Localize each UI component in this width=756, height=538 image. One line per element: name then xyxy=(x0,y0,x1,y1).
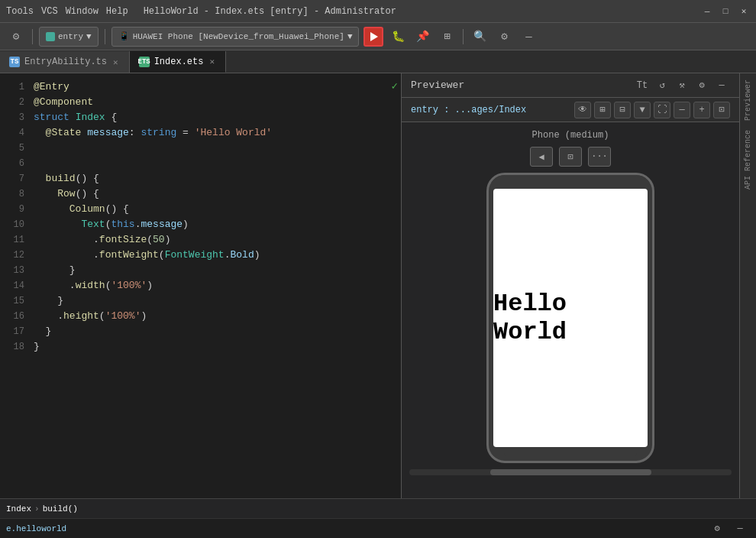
entry-icon xyxy=(46,32,55,41)
phone-more-button[interactable]: ··· xyxy=(588,147,611,167)
previewer-tt-button[interactable]: Tt xyxy=(634,77,651,94)
sidebar-right-api[interactable]: API Reference xyxy=(742,127,754,193)
device-label: HUAWEI Phone [NewDevice_from_Huawei_Phon… xyxy=(133,32,344,41)
device-arrow: ▼ xyxy=(347,32,353,41)
toolbar-settings-icon[interactable]: ⚙ xyxy=(494,27,514,47)
phone-rotate-button[interactable]: ⊡ xyxy=(559,147,582,167)
path-fit-button[interactable]: ⊡ xyxy=(713,102,730,118)
previewer-path: entry : ...ages/Index xyxy=(411,105,526,115)
path-zoom-out-button[interactable]: — xyxy=(674,102,690,118)
previewer-settings-button[interactable]: ⚙ xyxy=(693,77,710,94)
run-button[interactable] xyxy=(363,27,383,47)
menu-window[interactable]: Window xyxy=(66,6,99,17)
title-bar: Tools VCS Window Help HelloWorld - Index… xyxy=(0,0,756,23)
previewer-close-button[interactable]: — xyxy=(713,77,730,94)
previewer-path-bar: entry : ...ages/Index 👁 ⊞ ⊟ ▼ ⛶ — + ⊡ xyxy=(402,98,739,122)
code-line-10: Text(this.message) xyxy=(34,217,395,232)
preview-scrollbar[interactable] xyxy=(409,469,732,475)
phone-container: Phone (medium) ◀ ⊡ ··· Hello World xyxy=(402,122,739,498)
close-button[interactable]: ✕ xyxy=(738,5,750,18)
code-line-5 xyxy=(34,141,395,156)
title-bar-left: Tools VCS Window Help HelloWorld - Index… xyxy=(6,6,396,17)
code-line-16: .height('100%') xyxy=(34,309,395,324)
tab-entry-ability[interactable]: TS EntryAbility.ts ✕ xyxy=(0,51,130,73)
tab-index-ets[interactable]: ETS Index.ets ✕ xyxy=(130,51,226,73)
bottom-left: e.helloworld xyxy=(6,524,66,533)
code-line-12: .fontWeight(FontWeight.Bold) xyxy=(34,248,395,263)
pin-icon[interactable]: 📌 xyxy=(412,27,432,47)
project-name: e.helloworld xyxy=(6,524,66,533)
code-line-14: .width('100%') xyxy=(34,278,395,293)
main-area: 1234 5678 9101112 13141516 1718 @Entry @… xyxy=(0,73,756,498)
code-line-15: } xyxy=(34,293,395,309)
menu-bar: Tools VCS Window Help xyxy=(6,6,128,17)
tab-index-ets-label: Index.ets xyxy=(154,57,204,67)
toolbar-divider-2 xyxy=(105,29,105,44)
previewer-refresh-button[interactable]: ↺ xyxy=(654,77,670,94)
breadcrumb-build: build() xyxy=(43,504,78,514)
toolbar-divider-3 xyxy=(463,29,464,44)
code-line-3: struct Index { xyxy=(34,110,395,125)
breadcrumb-bar: Index › build() xyxy=(0,498,756,518)
breadcrumb-separator: › xyxy=(34,504,40,514)
path-controls: 👁 ⊞ ⊟ ▼ ⛶ — + ⊡ xyxy=(574,102,730,118)
code-line-9: Column() { xyxy=(34,202,395,217)
bottom-status-bar: e.helloworld ⚙ — xyxy=(0,518,756,538)
code-line-8: Row() { xyxy=(34,186,395,202)
bottom-right: ⚙ — xyxy=(707,519,750,539)
previewer-header-controls: Tt ↺ ⚒ ⚙ — xyxy=(634,77,730,94)
menu-vcs[interactable]: VCS xyxy=(41,6,58,17)
right-sidebar: Previewer API Reference xyxy=(739,73,756,498)
preview-scrollbar-thumb xyxy=(490,469,651,475)
code-line-6 xyxy=(34,156,395,171)
previewer-title: Previewer xyxy=(411,79,464,91)
search-icon[interactable]: 🔍 xyxy=(470,27,489,47)
tab-bar: TS EntryAbility.ts ✕ ETS Index.ets ✕ xyxy=(0,50,756,73)
path-zoom-in-button[interactable]: + xyxy=(693,102,710,118)
code-line-7: build() { xyxy=(34,171,395,186)
settings-icon[interactable]: ⚙ xyxy=(6,27,26,47)
editor-content: 1234 5678 9101112 13141516 1718 @Entry @… xyxy=(0,73,401,498)
path-grid-button[interactable]: ⊟ xyxy=(614,102,631,118)
path-fullscreen-button[interactable]: ⛶ xyxy=(654,102,670,118)
sidebar-right-previewer[interactable]: Previewer xyxy=(742,76,754,124)
line-numbers: 1234 5678 9101112 13141516 1718 xyxy=(0,73,31,498)
previewer-build-button[interactable]: ⚒ xyxy=(674,77,690,94)
menu-help[interactable]: Help xyxy=(106,6,128,17)
entry-dropdown[interactable]: entry ▼ xyxy=(39,27,99,47)
maximize-button[interactable]: □ xyxy=(719,5,732,18)
previewer-panel: Previewer Tt ↺ ⚒ ⚙ — entry : ...ages/Ind… xyxy=(401,73,739,498)
code-lines[interactable]: @Entry @Component struct Index { @State … xyxy=(31,73,401,498)
code-line-18: } xyxy=(34,339,395,355)
path-eye-button[interactable]: 👁 xyxy=(574,102,591,118)
device-dropdown[interactable]: 📱 HUAWEI Phone [NewDevice_from_Huawei_Ph… xyxy=(111,27,360,47)
code-line-1: @Entry xyxy=(34,79,395,95)
menu-tools[interactable]: Tools xyxy=(6,6,34,17)
tab-index-ets-close[interactable]: ✕ xyxy=(208,56,216,67)
debug-icon[interactable]: 🐛 xyxy=(388,27,408,47)
layout-icon[interactable]: ⊞ xyxy=(437,27,457,47)
code-line-2: @Component xyxy=(34,95,395,110)
code-line-4: @State message: string = 'Hello World' xyxy=(34,125,395,141)
path-layers-button[interactable]: ⊞ xyxy=(594,102,611,118)
path-dropdown-button[interactable]: ▼ xyxy=(634,102,651,118)
toolbar-minus-icon[interactable]: — xyxy=(519,27,538,47)
minimize-button[interactable]: — xyxy=(701,5,713,18)
phone-screen: Hello World xyxy=(493,189,648,447)
code-line-17: } xyxy=(34,324,395,339)
code-editor: 1234 5678 9101112 13141516 1718 @Entry @… xyxy=(0,73,401,498)
code-line-11: .fontSize(50) xyxy=(34,232,395,248)
tab-entry-ability-close[interactable]: ✕ xyxy=(111,57,120,68)
bottom-settings-icon[interactable]: ⚙ xyxy=(707,519,727,539)
phone-bottom-indicator xyxy=(504,452,637,456)
breadcrumb-index: Index xyxy=(6,504,31,514)
code-line-13: } xyxy=(34,263,395,278)
window-controls: — □ ✕ xyxy=(701,5,750,18)
phone-label: Phone (medium) xyxy=(532,130,609,141)
phone-notch-area xyxy=(489,175,652,183)
bottom-close-icon[interactable]: — xyxy=(730,519,750,539)
phone-back-button[interactable]: ◀ xyxy=(530,147,553,167)
previewer-header: Previewer Tt ↺ ⚒ ⚙ — xyxy=(402,73,739,98)
entry-arrow: ▼ xyxy=(86,32,92,41)
phone-nav-bar: ◀ ⊡ ··· xyxy=(530,147,611,167)
